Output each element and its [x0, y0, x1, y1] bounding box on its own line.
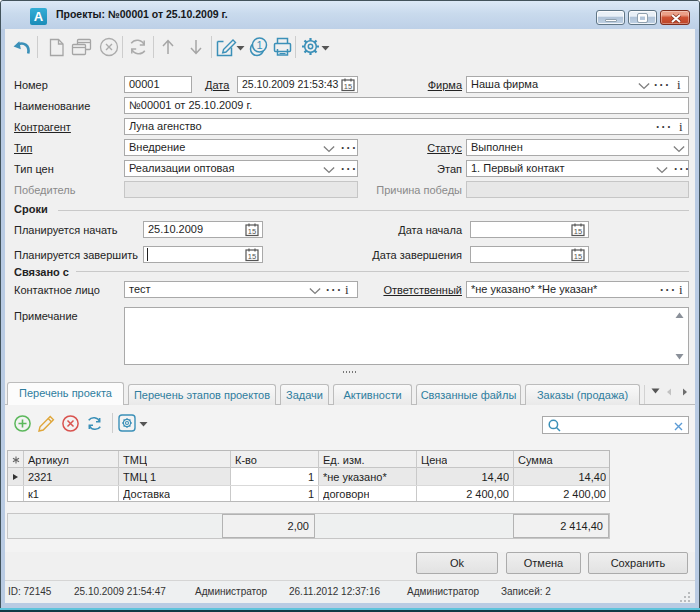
svg-text:1: 1: [256, 39, 262, 51]
svg-text:15: 15: [248, 227, 256, 236]
svg-text:15: 15: [344, 82, 352, 91]
svg-text:15: 15: [248, 252, 256, 261]
svg-text:15: 15: [574, 252, 582, 261]
svg-text:15: 15: [574, 227, 582, 236]
